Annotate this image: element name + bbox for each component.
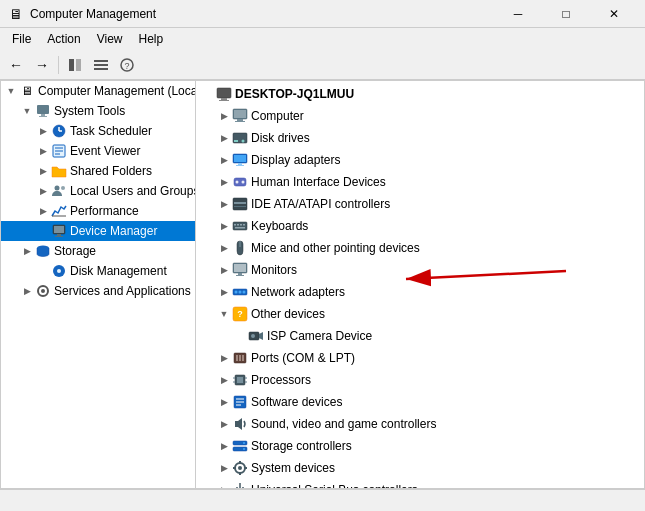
expand-btn-right-monitors[interactable]: ▶	[216, 262, 232, 278]
svg-rect-48	[234, 206, 246, 207]
left-tree-item-storage[interactable]: ▶ Storage	[1, 241, 195, 261]
expand-btn-local-users[interactable]: ▶	[35, 183, 51, 199]
left-tree-item-computer-management[interactable]: ▼ 🖥 Computer Management (Local	[1, 81, 195, 101]
tree-label-event-viewer: Event Viewer	[70, 144, 140, 158]
expand-btn-task-scheduler[interactable]: ▶	[35, 123, 51, 139]
expand-btn-system-tools[interactable]: ▼	[19, 103, 35, 119]
right-label-human-interface: Human Interface Devices	[251, 175, 386, 189]
menu-item-file[interactable]: File	[4, 30, 39, 48]
right-icon-computer	[232, 108, 248, 124]
forward-button[interactable]: →	[30, 53, 54, 77]
expand-btn-services[interactable]: ▶	[19, 283, 35, 299]
left-tree-item-system-tools[interactable]: ▼ System Tools	[1, 101, 195, 121]
right-label-display-adapters: Display adapters	[251, 153, 340, 167]
right-label-software-devices: Software devices	[251, 395, 342, 409]
left-tree-item-disk-management[interactable]: Disk Management	[1, 261, 195, 281]
svg-rect-4	[94, 68, 108, 70]
right-panel-header[interactable]: DESKTOP-JQ1LMUU	[196, 83, 644, 105]
tree-label-performance: Performance	[70, 204, 139, 218]
right-icon-monitors	[232, 262, 248, 278]
properties-button[interactable]	[89, 53, 113, 77]
expand-btn-right-usb-controllers[interactable]: ▶	[216, 482, 232, 488]
right-item-software-devices[interactable]: ▶ Software devices	[196, 391, 644, 413]
right-icon-mice	[232, 240, 248, 256]
expand-btn-right-software-devices[interactable]: ▶	[216, 394, 232, 410]
svg-text:?: ?	[237, 309, 243, 319]
expand-btn-right-network-adapters[interactable]: ▶	[216, 284, 232, 300]
svg-rect-49	[233, 222, 247, 230]
left-tree-item-shared-folders[interactable]: ▶ Shared Folders	[1, 161, 195, 181]
right-item-computer[interactable]: ▶ Computer	[196, 105, 644, 127]
tree-icon-shared-folders	[51, 163, 67, 179]
right-item-display-adapters[interactable]: ▶ Display adapters	[196, 149, 644, 171]
expand-btn-right-human-interface[interactable]: ▶	[216, 174, 232, 190]
show-hide-button[interactable]	[63, 53, 87, 77]
right-item-human-interface[interactable]: ▶ Human Interface Devices	[196, 171, 644, 193]
expand-btn-right-computer[interactable]: ▶	[216, 108, 232, 124]
expand-btn-right-mice[interactable]: ▶	[216, 240, 232, 256]
expand-btn-right-system-devices[interactable]: ▶	[216, 460, 232, 476]
left-tree-item-device-manager[interactable]: Device Manager	[1, 221, 195, 241]
svg-rect-40	[234, 155, 246, 162]
svg-rect-51	[237, 224, 239, 226]
right-item-disk-drives[interactable]: ▶ Disk drives	[196, 127, 644, 149]
right-item-system-devices[interactable]: ▶ System devices	[196, 457, 644, 479]
expand-btn-right-ide-ata[interactable]: ▶	[216, 196, 232, 212]
expand-btn-right-ports[interactable]: ▶	[216, 350, 232, 366]
right-item-mice[interactable]: ▶ Mice and other pointing devices	[196, 237, 644, 259]
expand-btn-right-keyboards[interactable]: ▶	[216, 218, 232, 234]
expand-btn-right-storage-controllers[interactable]: ▶	[216, 438, 232, 454]
expand-btn-right-display-adapters[interactable]: ▶	[216, 152, 232, 168]
svg-rect-8	[41, 114, 45, 116]
right-item-ports[interactable]: ▶ Ports (COM & LPT)	[196, 347, 644, 369]
svg-point-44	[236, 181, 239, 184]
svg-point-61	[235, 291, 238, 294]
menu-item-view[interactable]: View	[89, 30, 131, 48]
expand-btn-computer-management[interactable]: ▼	[3, 83, 19, 99]
help-button[interactable]: ?	[115, 53, 139, 77]
expand-btn-performance[interactable]: ▶	[35, 203, 51, 219]
maximize-button[interactable]: □	[543, 4, 589, 24]
expand-btn-right-processors[interactable]: ▶	[216, 372, 232, 388]
left-tree-item-event-viewer[interactable]: ▶ Event Viewer	[1, 141, 195, 161]
right-item-other-devices[interactable]: ▼ ? Other devices	[196, 303, 644, 325]
right-item-keyboards[interactable]: ▶ Keyboards	[196, 215, 644, 237]
expand-btn-right-other-devices[interactable]: ▼	[216, 306, 232, 322]
left-tree-item-services[interactable]: ▶ Services and Applications	[1, 281, 195, 301]
left-panel: ▼ 🖥 Computer Management (Local ▼ System …	[1, 81, 196, 488]
expand-btn-shared-folders[interactable]: ▶	[35, 163, 51, 179]
right-icon-processors	[232, 372, 248, 388]
menu-item-action[interactable]: Action	[39, 30, 88, 48]
expand-btn-storage[interactable]: ▶	[19, 243, 35, 259]
right-item-usb-controllers[interactable]: ▶ Universal Serial Bus controllers	[196, 479, 644, 488]
right-label-monitors: Monitors	[251, 263, 297, 277]
svg-rect-30	[221, 98, 227, 100]
right-item-processors[interactable]: ▶ Processors	[196, 369, 644, 391]
tree-icon-disk-management	[51, 263, 67, 279]
right-item-storage-controllers[interactable]: ▶ Storage controllers	[196, 435, 644, 457]
expand-btn-right-sound-video[interactable]: ▶	[216, 416, 232, 432]
svg-point-26	[57, 269, 61, 273]
left-tree-item-task-scheduler[interactable]: ▶ Task Scheduler	[1, 121, 195, 141]
menu-item-help[interactable]: Help	[131, 30, 172, 48]
tree-label-system-tools: System Tools	[54, 104, 125, 118]
left-tree-item-performance[interactable]: ▶ Performance	[1, 201, 195, 221]
back-button[interactable]: ←	[4, 53, 28, 77]
right-item-ide-ata[interactable]: ▶ IDE ATA/ATAPI controllers	[196, 193, 644, 215]
right-item-network-adapters[interactable]: ▶ Network adapters	[196, 281, 644, 303]
right-label-isp-camera: ISP Camera Device	[267, 329, 372, 343]
svg-rect-59	[236, 275, 244, 276]
left-tree-item-local-users[interactable]: ▶ Local Users and Groups	[1, 181, 195, 201]
right-item-sound-video[interactable]: ▶ Sound, video and game controllers	[196, 413, 644, 435]
expand-btn-right-disk-drives[interactable]: ▶	[216, 130, 232, 146]
svg-rect-58	[238, 273, 242, 275]
right-label-keyboards: Keyboards	[251, 219, 308, 233]
right-icon-system-devices	[232, 460, 248, 476]
tree-icon-system-tools	[35, 103, 51, 119]
close-button[interactable]: ✕	[591, 4, 637, 24]
minimize-button[interactable]: ─	[495, 4, 541, 24]
right-item-isp-camera[interactable]: ISP Camera Device	[196, 325, 644, 347]
expand-btn-event-viewer[interactable]: ▶	[35, 143, 51, 159]
right-item-monitors[interactable]: ▶ Monitors	[196, 259, 644, 281]
svg-rect-47	[234, 202, 246, 204]
